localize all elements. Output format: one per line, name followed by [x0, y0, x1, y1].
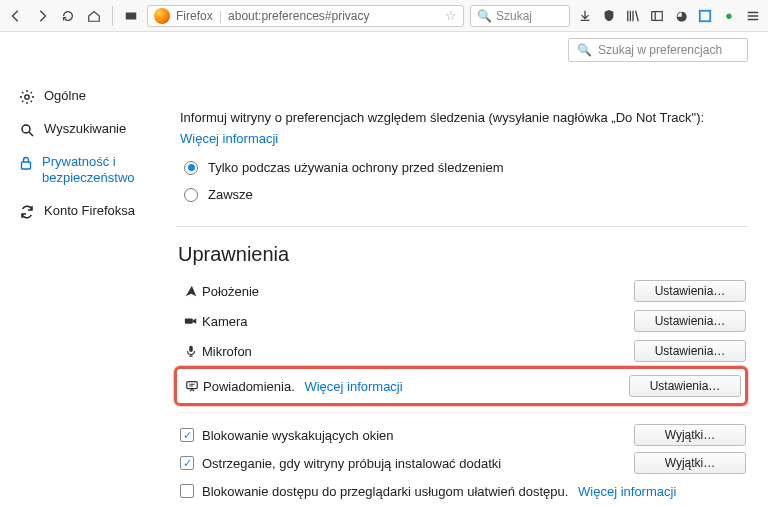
- checkbox-row-popup-block: Blokowanie wyskakujących okien Wyjątki…: [180, 421, 748, 449]
- reload-button[interactable]: [58, 6, 78, 26]
- download-icon[interactable]: [576, 7, 594, 25]
- svg-point-4: [22, 125, 30, 133]
- permission-label: Kamera: [202, 314, 634, 329]
- tracking-more-info-link[interactable]: Więcej informacji: [180, 131, 748, 146]
- sidebar-item-label: Prywatność i bezpieczeństwo: [42, 154, 164, 187]
- tile-icon[interactable]: [121, 6, 141, 26]
- search-placeholder: Szukaj w preferencjach: [598, 43, 722, 57]
- permissions-heading: Uprawnienia: [178, 243, 748, 266]
- content: 🔍 Szukaj w preferencjach Informuj witryn…: [180, 32, 768, 506]
- library-icon[interactable]: [624, 7, 642, 25]
- checkbox-label: Ostrzeganie, gdy witryny próbują instalo…: [202, 456, 501, 471]
- checkbox[interactable]: [180, 484, 194, 498]
- exceptions-button[interactable]: Wyjątki…: [634, 424, 746, 446]
- notification-icon: [181, 379, 203, 393]
- checkbox[interactable]: [180, 428, 194, 442]
- settings-button[interactable]: Ustawienia…: [634, 340, 746, 362]
- sidebar-item-label: Wyszukiwanie: [44, 121, 126, 137]
- panda-icon[interactable]: ◕: [672, 7, 690, 25]
- svg-rect-6: [185, 318, 193, 323]
- sync-icon: [18, 204, 36, 220]
- radio-option-tracking-protection[interactable]: Tylko podczas używania ochrony przed śle…: [184, 154, 748, 181]
- forward-button[interactable]: [32, 6, 52, 26]
- exceptions-button[interactable]: Wyjątki…: [634, 452, 746, 474]
- search-icon: 🔍: [577, 43, 592, 57]
- search-icon: [18, 122, 36, 138]
- sidebar-item-search[interactable]: Wyszukiwanie: [14, 113, 168, 146]
- menu-icon[interactable]: [744, 7, 762, 25]
- settings-button[interactable]: Ustawienia…: [634, 280, 746, 302]
- checkbox-row-addon-warn: Ostrzeganie, gdy witryny próbują instalo…: [180, 449, 748, 477]
- back-button[interactable]: [6, 6, 26, 26]
- checkbox-label: Blokowanie wyskakujących okien: [202, 428, 393, 443]
- checkbox-row-accessibility-block: Blokowanie dostępu do przeglądarki usług…: [180, 477, 748, 505]
- preferences-page: Ogólne Wyszukiwanie Prywatność i bezpiec…: [0, 32, 768, 506]
- checkbox[interactable]: [180, 456, 194, 470]
- toolbar-search[interactable]: 🔍 Szukaj: [470, 5, 570, 27]
- home-button[interactable]: [84, 6, 104, 26]
- address-bar[interactable]: Firefox | about:preferences#privacy ☆: [147, 5, 464, 27]
- radio-option-always[interactable]: Zawsze: [184, 181, 748, 208]
- svg-rect-5: [22, 162, 31, 169]
- camera-icon: [180, 314, 202, 328]
- divider: [178, 412, 748, 413]
- gear-icon: [18, 89, 36, 105]
- permission-row-location: Położenie Ustawienia…: [180, 276, 748, 306]
- star-icon[interactable]: ☆: [445, 8, 457, 23]
- radio-icon: [184, 188, 198, 202]
- sidebar-item-account[interactable]: Konto Firefoksa: [14, 195, 168, 228]
- toolbar-right-icons: ◕ ●: [576, 7, 762, 25]
- settings-button[interactable]: Ustawienia…: [634, 310, 746, 332]
- radio-label: Tylko podczas używania ochrony przed śle…: [208, 160, 504, 175]
- notifications-more-info-link[interactable]: Więcej informacji: [304, 379, 402, 394]
- svg-rect-1: [652, 11, 663, 20]
- checkbox-label: Blokowanie dostępu do przeglądarki usług…: [202, 484, 676, 499]
- accessibility-more-info-link[interactable]: Więcej informacji: [578, 484, 676, 499]
- sidebar-item-privacy[interactable]: Prywatność i bezpieczeństwo: [14, 146, 168, 195]
- svg-point-3: [25, 95, 29, 99]
- browser-toolbar: Firefox | about:preferences#privacy ☆ 🔍 …: [0, 0, 768, 32]
- permission-row-camera: Kamera Ustawienia…: [180, 306, 748, 336]
- microphone-icon: [180, 344, 202, 358]
- svg-rect-2: [700, 10, 711, 21]
- permission-label: Mikrofon: [202, 344, 634, 359]
- permission-row-microphone: Mikrofon Ustawienia…: [180, 336, 748, 366]
- tracking-intro: Informuj witryny o preferencjach względe…: [180, 110, 748, 125]
- notifications-highlight: Powiadomienia. Więcej informacji Ustawie…: [174, 366, 748, 406]
- radio-icon: [184, 161, 198, 175]
- search-placeholder: Szukaj: [496, 9, 532, 23]
- permission-row-notifications: Powiadomienia. Więcej informacji Ustawie…: [177, 372, 743, 400]
- radio-label: Zawsze: [208, 187, 253, 202]
- sidebar: Ogólne Wyszukiwanie Prywatność i bezpiec…: [0, 32, 180, 506]
- sidebar-item-general[interactable]: Ogólne: [14, 80, 168, 113]
- svg-rect-0: [126, 12, 137, 19]
- sidebar-item-label: Konto Firefoksa: [44, 203, 135, 219]
- settings-button[interactable]: Ustawienia…: [629, 375, 741, 397]
- firefox-label: Firefox: [176, 9, 213, 23]
- permission-label: Położenie: [202, 284, 634, 299]
- green-circle-icon[interactable]: ●: [720, 7, 738, 25]
- lock-icon: [18, 155, 34, 171]
- url-text: about:preferences#privacy: [228, 9, 439, 23]
- firefox-logo-icon: [154, 8, 170, 24]
- permission-label: Powiadomienia. Więcej informacji: [203, 379, 629, 394]
- sidebar-icon[interactable]: [648, 7, 666, 25]
- preferences-search[interactable]: 🔍 Szukaj w preferencjach: [568, 38, 748, 62]
- location-icon: [180, 284, 202, 298]
- divider: [176, 226, 748, 227]
- blue-box-icon[interactable]: [696, 7, 714, 25]
- separator: [112, 6, 113, 26]
- shield-icon[interactable]: [600, 7, 618, 25]
- sidebar-item-label: Ogólne: [44, 88, 86, 104]
- svg-rect-7: [189, 346, 193, 352]
- search-icon: 🔍: [477, 9, 492, 23]
